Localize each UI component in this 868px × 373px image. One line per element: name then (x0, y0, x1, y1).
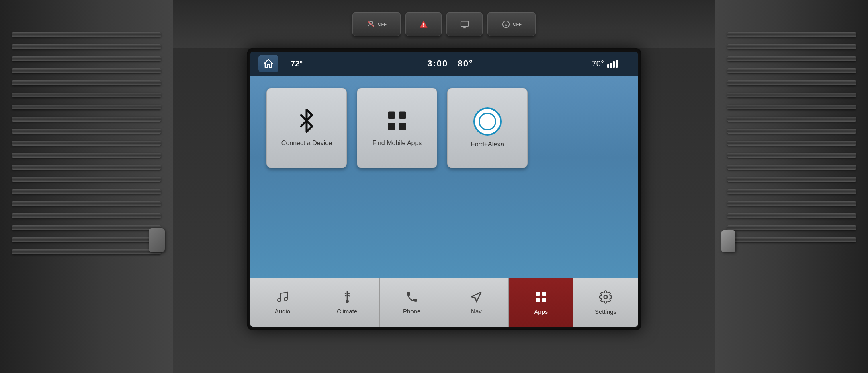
vent-slat (12, 177, 161, 182)
vent-slat (727, 117, 856, 122)
signal-bar-1 (607, 64, 609, 68)
center-console: OFF A OFF (173, 0, 715, 373)
vent-slat (727, 68, 856, 73)
vent-slat (727, 165, 856, 170)
alexa-icon (473, 107, 502, 136)
vent-slat (12, 117, 161, 122)
status-bar: 72° 3:00 80° 70° (250, 52, 638, 76)
signal-bars (607, 60, 618, 68)
status-info: 72° 3:00 80° 70° (278, 58, 630, 69)
time: 3:00 (427, 58, 448, 68)
vent-slat (12, 105, 161, 109)
hardware-button-assist[interactable]: OFF (352, 12, 401, 36)
find-mobile-apps-label: Find Mobile Apps (373, 139, 422, 147)
nav-climate[interactable]: Climate (315, 278, 380, 327)
vent-slat (12, 56, 161, 61)
signal-bar-3 (613, 61, 615, 68)
vent-slat (727, 80, 856, 85)
signal-bar-4 (616, 60, 618, 68)
svg-rect-13 (399, 123, 406, 130)
svg-rect-5 (461, 21, 468, 27)
hardware-button-screen[interactable] (446, 12, 483, 36)
right-vent (715, 0, 868, 373)
home-button[interactable] (258, 55, 278, 72)
screen-bezel: 72° 3:00 80° 70° (247, 48, 641, 330)
vent-slat (727, 32, 856, 37)
vent-slat (727, 129, 856, 134)
status-right-group: 70° (592, 59, 618, 68)
hw-btn-label-auto: OFF (513, 22, 522, 27)
settings-icon (599, 290, 612, 306)
vent-slat (12, 68, 161, 73)
connect-device-label: Connect a Device (281, 139, 332, 147)
vent-slat (727, 141, 856, 146)
svg-point-22 (604, 295, 608, 299)
svg-text:A: A (505, 23, 507, 27)
signal-bar-2 (610, 63, 612, 68)
time-display: 3:00 80° (421, 58, 473, 69)
nav-audio[interactable]: Audio (250, 278, 315, 327)
vent-slat (12, 249, 161, 254)
svg-rect-11 (399, 112, 406, 119)
vent-slat (12, 93, 161, 97)
vent-slat (727, 153, 856, 158)
vent-latch-right (721, 230, 735, 252)
vent-slat (727, 213, 856, 218)
screen-icon (460, 20, 469, 29)
home-icon (263, 58, 274, 69)
vent-slat (12, 213, 161, 218)
hardware-button-hazard[interactable] (405, 12, 442, 36)
vent-latch (149, 228, 165, 252)
vent-slat (12, 44, 161, 49)
vent-slat (727, 225, 856, 230)
phone-icon (405, 291, 418, 305)
vent-slat (727, 237, 856, 242)
temp-center: 80° (457, 58, 473, 68)
main-content-area: Connect a Device Find Mobile Apps (250, 76, 638, 278)
svg-rect-12 (388, 123, 395, 130)
ford-alexa-tile[interactable]: Ford+Alexa (447, 88, 528, 168)
svg-rect-20 (536, 298, 540, 302)
svg-line-1 (368, 21, 374, 27)
auto-icon: A (502, 20, 510, 29)
bottom-nav: Audio Climate (250, 278, 638, 327)
vent-slat (727, 44, 856, 49)
vent-slat (12, 80, 161, 85)
phone-label: Phone (403, 308, 420, 315)
vent-slat (12, 225, 161, 230)
grid-apps-icon (385, 109, 409, 134)
ford-alexa-label: Ford+Alexa (471, 140, 504, 148)
vent-slat (727, 189, 856, 194)
connect-device-tile[interactable]: Connect a Device (266, 88, 347, 168)
nav-apps[interactable]: Apps (509, 278, 573, 327)
nav-icon (470, 291, 483, 305)
temp-left: 72° (291, 59, 303, 68)
nav-settings[interactable]: Settings (573, 278, 638, 327)
svg-point-4 (423, 26, 424, 27)
hw-btn-label-assist: OFF (378, 22, 387, 27)
audio-icon (276, 291, 289, 305)
hazard-icon (419, 20, 428, 29)
hardware-button-auto[interactable]: A OFF (487, 12, 536, 36)
signal-temp: 70° (592, 59, 604, 68)
vent-slat (12, 153, 161, 158)
vent-slat (727, 56, 856, 61)
svg-rect-10 (388, 112, 395, 119)
vent-slat (12, 237, 161, 242)
nav-navigation[interactable]: Nav (444, 278, 509, 327)
vent-slat (727, 93, 856, 97)
bluetooth-icon (295, 109, 319, 134)
svg-rect-18 (536, 292, 540, 296)
nav-phone[interactable]: Phone (380, 278, 444, 327)
vent-slat (727, 105, 856, 109)
svg-rect-19 (542, 292, 546, 296)
vent-slat (12, 32, 161, 37)
apps-nav-icon (534, 290, 548, 306)
svg-point-17 (346, 300, 349, 303)
climate-label: Climate (337, 308, 357, 315)
vent-slat (12, 201, 161, 206)
find-mobile-apps-tile[interactable]: Find Mobile Apps (357, 88, 437, 168)
vent-slat (12, 141, 161, 146)
vent-slat (12, 129, 161, 134)
left-vent (0, 0, 173, 373)
